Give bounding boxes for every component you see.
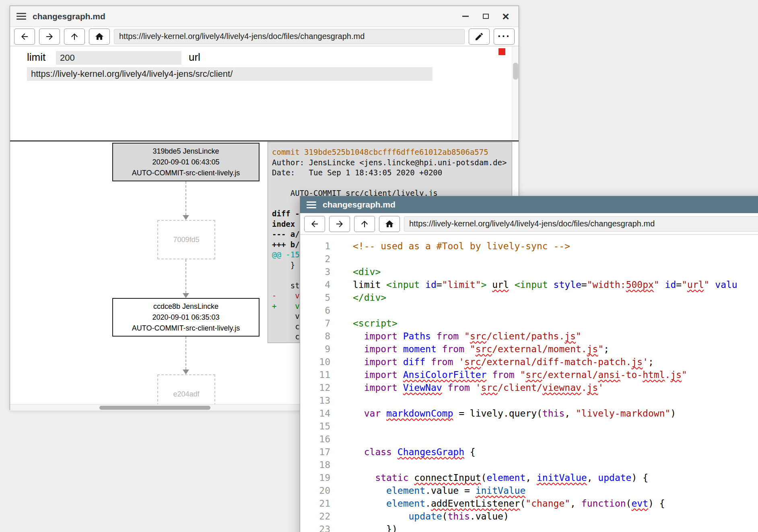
line-number: 17 bbox=[300, 446, 330, 458]
code-text bbox=[330, 420, 353, 433]
commit-node-319bde5[interactable]: 319bde5 JensLincke 2020-09-01 06:43:05 A… bbox=[112, 143, 260, 181]
commit-node-line: 319bde5 JensLincke bbox=[113, 146, 259, 157]
code-text: class ChangesGraph { bbox=[330, 446, 476, 458]
code-line[interactable]: 20 element.value = initValue bbox=[300, 484, 758, 497]
horizontal-scrollbar-thumb[interactable] bbox=[99, 406, 210, 410]
window2-titlebar[interactable]: changesgraph.md bbox=[300, 196, 758, 213]
code-text: element.addEventListener("change", funct… bbox=[330, 497, 665, 510]
back-button[interactable] bbox=[14, 29, 35, 45]
home-button[interactable] bbox=[89, 29, 110, 45]
window1-titlebar[interactable]: changesgraph.md × bbox=[10, 6, 519, 27]
close-button[interactable]: × bbox=[501, 12, 511, 21]
forward-button[interactable] bbox=[39, 29, 60, 45]
address-bar[interactable] bbox=[114, 29, 465, 44]
vertical-scrollbar-thumb[interactable] bbox=[513, 63, 518, 80]
code-text: limit <input id="limit"> url <input styl… bbox=[330, 278, 737, 291]
code-line[interactable]: 18 bbox=[300, 458, 758, 471]
window1-toolbar: ··· bbox=[10, 27, 519, 46]
code-text: <script> bbox=[330, 317, 398, 330]
code-line[interactable]: 14 var markdownComp = lively.query(this,… bbox=[300, 407, 758, 420]
code-text: import ViewNav from 'src/client/viewnav.… bbox=[330, 381, 604, 394]
graph-edge bbox=[185, 181, 186, 215]
code-line[interactable]: 2 bbox=[300, 253, 758, 265]
code-line[interactable]: 19 static connectInput(element, initValu… bbox=[300, 471, 758, 484]
maximize-button[interactable] bbox=[481, 12, 490, 21]
graph-settings-pane: limit url bbox=[10, 46, 519, 140]
code-text: import Paths from "src/client/paths.js" bbox=[330, 330, 581, 343]
more-options-button[interactable]: ··· bbox=[494, 29, 515, 45]
code-text: static connectInput(element, initValue, … bbox=[330, 471, 648, 484]
code-line[interactable]: 21 element.addEventListener("change", fu… bbox=[300, 497, 758, 510]
code-text bbox=[330, 394, 353, 407]
code-line[interactable]: 5</div> bbox=[300, 291, 758, 304]
code-line[interactable]: 23 }) bbox=[300, 523, 758, 532]
line-number: 11 bbox=[300, 368, 330, 381]
limit-label: limit bbox=[27, 51, 45, 64]
up-button[interactable] bbox=[354, 216, 375, 232]
code-line[interactable]: 17 class ChangesGraph { bbox=[300, 446, 758, 458]
code-text bbox=[330, 433, 353, 446]
line-number: 7 bbox=[300, 317, 330, 330]
code-line[interactable]: 13 bbox=[300, 394, 758, 407]
address-bar[interactable] bbox=[404, 216, 758, 232]
line-number: 21 bbox=[300, 497, 330, 510]
vertical-scrollbar[interactable] bbox=[512, 46, 519, 140]
code-line[interactable]: 10 import diff from 'src/external/diff-m… bbox=[300, 355, 758, 368]
code-line[interactable]: 12 import ViewNav from 'src/client/viewn… bbox=[300, 381, 758, 394]
unsaved-indicator bbox=[498, 48, 505, 55]
graph-edge bbox=[185, 259, 186, 293]
commit-node-line: AUTO-COMMIT-src-client-lively.js bbox=[113, 323, 259, 334]
graph-edge bbox=[185, 337, 186, 370]
code-text: element.value = initValue bbox=[330, 484, 525, 497]
commit-node-line: 7009fd5 bbox=[158, 234, 214, 245]
home-button[interactable] bbox=[379, 216, 400, 232]
commit-node-line: 2020-09-01 06:35:03 bbox=[113, 312, 259, 323]
window-changesgraph-front: changesgraph.md 1<!-- used as a #Tool by… bbox=[300, 196, 758, 532]
line-number: 1 bbox=[300, 240, 330, 253]
code-line[interactable]: 8 import Paths from "src/client/paths.js… bbox=[300, 330, 758, 343]
line-number: 22 bbox=[300, 510, 330, 523]
pencil-icon bbox=[474, 32, 484, 41]
back-button[interactable] bbox=[304, 216, 325, 232]
window2-toolbar bbox=[300, 213, 758, 235]
code-editor[interactable]: 1<!-- used as a #Tool by lively-sync -->… bbox=[300, 235, 758, 532]
commit-node-line: ccdce8b JensLincke bbox=[113, 301, 259, 312]
forward-button[interactable] bbox=[329, 216, 350, 232]
diff-line: Date: Tue Sep 1 18:43:05 2020 +0200 bbox=[272, 168, 510, 178]
commit-node-ccdce8b[interactable]: ccdce8b JensLincke 2020-09-01 06:35:03 A… bbox=[112, 298, 260, 337]
code-line[interactable]: 16 bbox=[300, 433, 758, 446]
code-line[interactable]: 3<div> bbox=[300, 265, 758, 278]
commit-node-line: e204adf bbox=[158, 389, 214, 400]
code-text bbox=[330, 458, 353, 471]
code-line[interactable]: 1<!-- used as a #Tool by lively-sync --> bbox=[300, 240, 758, 253]
code-text: update(this.value) bbox=[330, 510, 509, 523]
line-number: 23 bbox=[300, 523, 330, 532]
repo-url-input[interactable] bbox=[27, 67, 433, 81]
code-line[interactable]: 15 bbox=[300, 420, 758, 433]
line-number: 18 bbox=[300, 458, 330, 471]
line-number: 19 bbox=[300, 471, 330, 484]
arrow-up-icon bbox=[360, 219, 369, 229]
limit-input[interactable] bbox=[56, 51, 181, 65]
line-number: 13 bbox=[300, 394, 330, 407]
menu-icon[interactable] bbox=[307, 201, 316, 208]
code-line[interactable]: 9 import moment from "src/external/momen… bbox=[300, 343, 758, 355]
window-controls: × bbox=[461, 12, 512, 21]
up-button[interactable] bbox=[64, 29, 85, 45]
arrow-left-icon bbox=[310, 219, 319, 229]
code-text: import diff from 'src/external/diff-matc… bbox=[330, 355, 654, 368]
code-line[interactable]: 6 bbox=[300, 304, 758, 317]
minimize-button[interactable] bbox=[461, 12, 470, 21]
home-icon bbox=[385, 219, 394, 229]
line-number: 10 bbox=[300, 355, 330, 368]
edit-button[interactable] bbox=[469, 29, 490, 45]
code-line[interactable]: 22 update(this.value) bbox=[300, 510, 758, 523]
code-line[interactable]: 7<script> bbox=[300, 317, 758, 330]
commit-node-e204adf[interactable]: e204adf bbox=[157, 374, 215, 404]
code-line[interactable]: 4limit <input id="limit"> url <input sty… bbox=[300, 278, 758, 291]
commit-node-7009fd5[interactable]: 7009fd5 bbox=[157, 220, 215, 259]
line-number: 5 bbox=[300, 291, 330, 304]
menu-icon[interactable] bbox=[16, 13, 26, 20]
code-line[interactable]: 11 import AnsiColorFilter from "src/exte… bbox=[300, 368, 758, 381]
arrow-left-icon bbox=[20, 32, 29, 41]
